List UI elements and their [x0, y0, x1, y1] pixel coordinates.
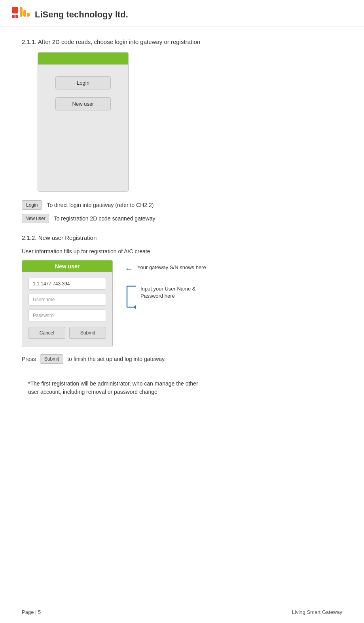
note-text: *The first registration will be administ… [28, 380, 198, 395]
legend-login-row: Login To direct login into gateway (refe… [22, 200, 342, 210]
section-212: 2.1.2. New user Registration User inform… [22, 234, 342, 401]
legend-login-text: To direct login into gateway (refer to C… [47, 202, 154, 208]
username-field[interactable]: Username [28, 294, 106, 306]
bracket-arrow-icon [125, 285, 136, 309]
login-button-mock[interactable]: Login [55, 76, 111, 89]
arrow-left-icon: ← [125, 265, 133, 274]
phone-mockup-body: Login New user [38, 65, 128, 191]
legend-newuser-row: New user To registration 2D code scanned… [22, 214, 342, 223]
phone-mockup-211: Login New user [38, 52, 129, 192]
sn-annotation-text: Your gateway S/N shows here [137, 264, 206, 271]
password-field[interactable]: Password [28, 310, 106, 321]
reg-mockup-header: New user [22, 260, 112, 272]
new-user-button-mock[interactable]: New user [55, 97, 111, 110]
cancel-button[interactable]: Cancel [28, 327, 65, 339]
svg-rect-0 [12, 7, 18, 13]
section-212-subtitle: User information fills up for registrati… [22, 248, 342, 255]
svg-rect-2 [15, 15, 18, 18]
company-name: LiSeng technology ltd. [35, 9, 128, 20]
section-211: 2.1.1. After 2D code reads, choose login… [22, 38, 342, 223]
credentials-annotation-text: Input your User Name &Password here [140, 285, 195, 300]
legend-login-btn: Login [22, 200, 42, 210]
section-211-title: 2.1.1. After 2D code reads, choose login… [22, 38, 342, 45]
phone-mockup-header [38, 53, 128, 65]
sn-annotation-row: ← Your gateway S/N shows here [125, 264, 206, 274]
sn-field[interactable]: 1.1.1477.743.394 [28, 278, 106, 290]
press-text: to finish the set up and log into gatewa… [67, 356, 166, 362]
svg-marker-6 [133, 305, 136, 309]
legend-newuser-btn: New user [22, 214, 49, 223]
note-box: *The first registration will be administ… [22, 375, 342, 401]
svg-rect-5 [27, 13, 30, 17]
reg-mockup: New user 1.1.1477.743.394 Username Passw… [22, 260, 113, 347]
page-footer: Page | 5 Living Smart Gateway [22, 609, 342, 615]
legend-newuser-text: To registration 2D code scanned gateway [54, 215, 155, 222]
press-label: Press [22, 356, 36, 362]
page-header: LiSeng technology ltd. [0, 0, 364, 27]
svg-rect-4 [23, 10, 26, 17]
credentials-annotation-row: Input your User Name &Password here [125, 285, 206, 309]
reg-mockup-container: New user 1.1.1477.743.394 Username Passw… [22, 260, 342, 347]
page-content: 2.1.1. After 2D code reads, choose login… [0, 27, 364, 425]
reg-mockup-body: 1.1.1477.743.394 Username Password Cance… [22, 272, 112, 347]
svg-rect-3 [20, 7, 23, 17]
footer-right: Living Smart Gateway [292, 609, 342, 615]
annotations: ← Your gateway S/N shows here Input your… [125, 260, 206, 309]
inline-submit-btn: Submit [40, 354, 63, 364]
svg-rect-1 [12, 15, 15, 18]
reg-buttons-row: Cancel Submit [28, 327, 106, 339]
logo-icon [12, 7, 31, 22]
footer-left: Page | 5 [22, 609, 41, 615]
submit-button[interactable]: Submit [69, 327, 106, 339]
press-row: Press Submit to finish the set up and lo… [22, 354, 342, 364]
section-212-title: 2.1.2. New user Registration [22, 234, 342, 241]
